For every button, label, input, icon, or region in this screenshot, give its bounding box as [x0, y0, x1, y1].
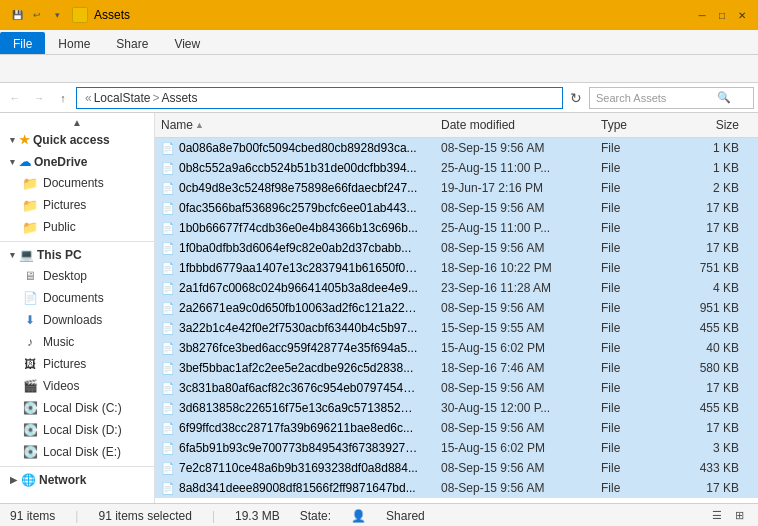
sidebar-label-onedrive: OneDrive: [34, 155, 87, 169]
file-date-cell: 18-Sep-16 7:46 AM: [435, 359, 595, 377]
expand-icon-quickaccess: ▾: [10, 135, 15, 145]
tab-home[interactable]: Home: [45, 32, 103, 54]
search-box[interactable]: Search Assets 🔍: [589, 87, 754, 109]
file-type-cell: File: [595, 479, 675, 497]
file-icon: 📄: [161, 201, 175, 215]
refresh-button[interactable]: ↻: [565, 87, 587, 109]
file-size-cell: 1 KB: [675, 159, 745, 177]
up-button[interactable]: ↑: [52, 87, 74, 109]
forward-button[interactable]: →: [28, 87, 50, 109]
file-type-cell: File: [595, 319, 675, 337]
back-button[interactable]: ←: [4, 87, 26, 109]
table-row[interactable]: 📄 2a1fd67c0068c024b96641405b3a8dee4e9...…: [155, 278, 758, 298]
file-date-cell: 08-Sep-15 9:56 AM: [435, 479, 595, 497]
sidebar-header-thispc[interactable]: ▾ 💻 This PC: [0, 245, 154, 265]
table-row[interactable]: 📄 1f0ba0dfbb3d6064ef9c82e0ab2d37cbabb...…: [155, 238, 758, 258]
table-row[interactable]: 📄 2a26671ea9c0d650fb10063ad2f6c121a22d..…: [155, 298, 758, 318]
file-name-text: 2a26671ea9c0d650fb10063ad2f6c121a22d...: [179, 301, 419, 315]
sidebar-item-desktop[interactable]: 🖥 Desktop: [0, 265, 154, 287]
table-row[interactable]: 📄 3c831ba80af6acf82c3676c954eb07974543..…: [155, 378, 758, 398]
file-date-cell: 08-Sep-15 9:56 AM: [435, 239, 595, 257]
column-header-name[interactable]: Name ▲: [155, 116, 435, 134]
table-row[interactable]: 📄 1b0b66677f74cdb36e0e4b84366b13c696b...…: [155, 218, 758, 238]
sidebar-item-diskd[interactable]: 💽 Local Disk (D:): [0, 419, 154, 441]
desktop-icon: 🖥: [22, 268, 38, 284]
more-title-btn[interactable]: ▾: [48, 6, 66, 24]
sidebar-item-music[interactable]: ♪ Music: [0, 331, 154, 353]
tab-share[interactable]: Share: [103, 32, 161, 54]
table-row[interactable]: 📄 1fbbbd6779aa1407e13c2837941b61650f06f.…: [155, 258, 758, 278]
selected-count: 91 items selected: [98, 509, 191, 523]
sidebar-item-onedrive-public[interactable]: 📁 Public: [0, 216, 154, 238]
minimize-button[interactable]: ─: [694, 7, 710, 23]
table-row[interactable]: 📄 0fac3566baf536896c2579bcfc6ee01ab443..…: [155, 198, 758, 218]
sidebar-label-onedrive-pictures: Pictures: [43, 198, 86, 212]
file-date-cell: 19-Jun-17 2:16 PM: [435, 179, 595, 197]
sidebar-scroll-up[interactable]: ▲: [0, 115, 154, 130]
sidebar-item-onedrive-documents[interactable]: 📁 Documents: [0, 172, 154, 194]
file-icon: 📄: [161, 341, 175, 355]
sidebar-item-downloads[interactable]: ⬇ Downloads: [0, 309, 154, 331]
sidebar-header-onedrive[interactable]: ▾ ☁ OneDrive: [0, 152, 154, 172]
sidebar-label-thispc: This PC: [37, 248, 82, 262]
view-controls: ☰ ⊞: [708, 507, 748, 525]
view-details-button[interactable]: ☰: [708, 507, 726, 525]
table-row[interactable]: 📄 3d6813858c226516f75e13c6a9c571385239..…: [155, 398, 758, 418]
file-size: 19.3 MB: [235, 509, 280, 523]
file-type-cell: File: [595, 359, 675, 377]
file-size-cell: 455 KB: [675, 319, 745, 337]
sidebar-item-onedrive-pictures[interactable]: 📁 Pictures: [0, 194, 154, 216]
close-button[interactable]: ✕: [734, 7, 750, 23]
table-row[interactable]: 📄 0a086a8e7b00fc5094cbed80cb8928d93ca...…: [155, 138, 758, 158]
tab-view[interactable]: View: [161, 32, 213, 54]
table-row[interactable]: 📄 7e2c87110ce48a6b9b31693238df0a8d884...…: [155, 458, 758, 478]
save-title-btn[interactable]: 💾: [8, 6, 26, 24]
address-path[interactable]: « LocalState > Assets: [76, 87, 563, 109]
sidebar-label-diske: Local Disk (E:): [43, 445, 121, 459]
file-date-cell: 18-Sep-16 10:22 PM: [435, 259, 595, 277]
path-localstate[interactable]: LocalState: [94, 91, 151, 105]
column-header-type[interactable]: Type: [595, 116, 675, 134]
sidebar-header-quickaccess[interactable]: ▾ ★ Quick access: [0, 130, 154, 150]
sidebar-item-diske[interactable]: 💽 Local Disk (E:): [0, 441, 154, 463]
sidebar-item-pictures[interactable]: 🖼 Pictures: [0, 353, 154, 375]
undo-title-btn[interactable]: ↩: [28, 6, 46, 24]
file-size-cell: 3 KB: [675, 439, 745, 457]
column-header-size[interactable]: Size: [675, 116, 745, 134]
file-size-cell: 17 KB: [675, 479, 745, 497]
sidebar-item-videos[interactable]: 🎬 Videos: [0, 375, 154, 397]
file-size-cell: 17 KB: [675, 239, 745, 257]
sidebar-item-diskc[interactable]: 💽 Local Disk (C:): [0, 397, 154, 419]
table-row[interactable]: 📄 8a8d341deee89008df81566f2ff9871647bd..…: [155, 478, 758, 498]
table-row[interactable]: 📄 6fa5b91b93c9e700773b849543f67383927c..…: [155, 438, 758, 458]
table-row[interactable]: 📄 3b8276fce3bed6acc959f428774e35f694a5..…: [155, 338, 758, 358]
file-date-cell: 08-Sep-15 9:56 AM: [435, 299, 595, 317]
file-type-cell: File: [595, 459, 675, 477]
file-name-cell: 📄 6fa5b91b93c9e700773b849543f67383927c..…: [155, 439, 435, 457]
path-assets[interactable]: Assets: [161, 91, 197, 105]
file-name-text: 1fbbbd6779aa1407e13c2837941b61650f06f...: [179, 261, 419, 275]
music-icon: ♪: [22, 334, 38, 350]
search-icon[interactable]: 🔍: [717, 91, 731, 104]
disk-c-icon: 💽: [22, 400, 38, 416]
file-name-text: 0fac3566baf536896c2579bcfc6ee01ab443...: [179, 201, 417, 215]
sidebar-item-documents[interactable]: 📄 Documents: [0, 287, 154, 309]
table-row[interactable]: 📄 6f99ffcd38cc28717fa39b696211bae8ed6c..…: [155, 418, 758, 438]
maximize-button[interactable]: □: [714, 7, 730, 23]
file-name-cell: 📄 3c831ba80af6acf82c3676c954eb07974543..…: [155, 379, 435, 397]
sidebar-header-network[interactable]: ▶ 🌐 Network: [0, 470, 154, 490]
table-row[interactable]: 📄 0cb49d8e3c5248f98e75898e66fdaecbf247..…: [155, 178, 758, 198]
table-row[interactable]: 📄 0b8c552a9a6ccb524b51b31de00dcfbb394...…: [155, 158, 758, 178]
file-date-cell: 23-Sep-16 11:28 AM: [435, 279, 595, 297]
state-label: State:: [300, 509, 331, 523]
file-icon: 📄: [161, 461, 175, 475]
network-icon: 🌐: [21, 473, 36, 487]
view-large-icon-button[interactable]: ⊞: [730, 507, 748, 525]
column-header-date[interactable]: Date modified: [435, 116, 595, 134]
file-type-cell: File: [595, 199, 675, 217]
table-row[interactable]: 📄 3bef5bbac1af2c2ee5e2acdbe926c5d2838...…: [155, 358, 758, 378]
documents-icon: 📄: [22, 290, 38, 306]
file-icon: 📄: [161, 161, 175, 175]
table-row[interactable]: 📄 3a22b1c4e42f0e2f7530acbf63440b4c5b97..…: [155, 318, 758, 338]
tab-file[interactable]: File: [0, 32, 45, 54]
